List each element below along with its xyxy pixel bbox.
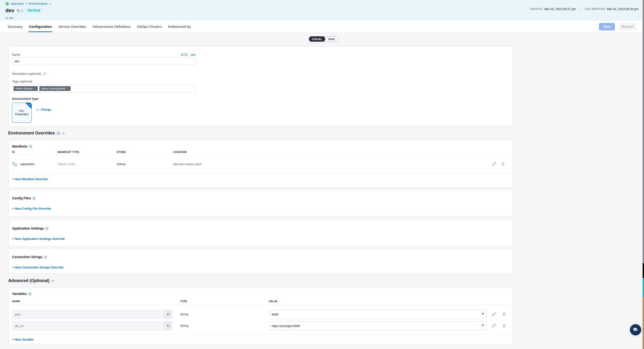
application-settings-card: Application Settings + New Application S… bbox=[9, 220, 513, 246]
edit-description-icon[interactable] bbox=[43, 72, 46, 75]
chevron-right-icon: > bbox=[26, 2, 27, 5]
breadcrumb-environments-link[interactable]: Environments bbox=[29, 2, 47, 5]
details-card: Name Id : dev Description (optional) Tag… bbox=[9, 46, 513, 126]
application-settings-title: Application Settings bbox=[12, 227, 44, 230]
environment-overrides-title: Environment Overrides bbox=[8, 131, 55, 136]
description-row: Description (optional) bbox=[12, 72, 46, 75]
variable-value-input[interactable] bbox=[269, 321, 486, 330]
tab-infrastructure-definitions[interactable]: Infrastructure Definitions bbox=[92, 21, 131, 32]
manifest-type-icon bbox=[12, 162, 17, 167]
info-icon[interactable] bbox=[32, 197, 36, 200]
discard-button[interactable]: Discard bbox=[619, 23, 636, 30]
description-label: Description (optional) bbox=[12, 72, 41, 75]
input-type-pin-icon[interactable] bbox=[481, 312, 484, 316]
name-input[interactable] bbox=[12, 57, 196, 65]
new-config-file-override-link[interactable]: + New Config File Override bbox=[12, 207, 51, 210]
project-logo-icon[interactable] bbox=[6, 2, 9, 5]
delete-variable-icon[interactable] bbox=[502, 312, 506, 317]
new-connection-strings-override-link[interactable]: + New Connection Strings Override bbox=[12, 266, 64, 269]
column-header-manifest-type: MANIFEST TYPE bbox=[58, 151, 79, 153]
name-label: Name bbox=[12, 53, 20, 56]
variable-name-input[interactable] bbox=[12, 310, 172, 319]
tabs: Summary Configuration Service Overrides … bbox=[7, 21, 192, 32]
manifests-title-row: Manifests bbox=[12, 144, 32, 148]
id-colon: : bbox=[189, 53, 190, 56]
divider bbox=[9, 334, 513, 334]
toggle-yaml-option[interactable]: YAML bbox=[325, 36, 338, 41]
copy-icon[interactable] bbox=[164, 321, 172, 330]
manifest-location: /dev/dev-values.yaml bbox=[173, 162, 202, 166]
edit-variable-icon[interactable] bbox=[492, 312, 496, 317]
screen-edge-artifact bbox=[642, 0, 644, 349]
edit-variable-icon[interactable] bbox=[492, 324, 496, 328]
config-files-title-row: Config Files bbox=[12, 196, 36, 200]
divider bbox=[9, 155, 513, 155]
save-button[interactable]: Save bbox=[599, 23, 615, 30]
input-type-pin-icon[interactable] bbox=[481, 324, 484, 327]
modified-label: LAST MODIFIED: bbox=[584, 7, 606, 10]
info-icon[interactable] bbox=[57, 132, 60, 135]
id-cluster: Id : dev bbox=[181, 53, 196, 56]
variable-value-input[interactable] bbox=[269, 310, 486, 319]
timestamps: CREATED: Mar 02, 2023 05:27 pm LAST MODI… bbox=[530, 7, 638, 11]
variables-card: Variables NAME TYPE VALUE String bbox=[9, 288, 513, 344]
copy-icon[interactable] bbox=[164, 310, 172, 319]
environment-type-value: Pre-Production bbox=[13, 109, 30, 116]
new-application-settings-override-link[interactable]: + New Application Settings Override bbox=[12, 237, 65, 241]
new-manifest-override-link[interactable]: + New Manifest Override bbox=[12, 177, 48, 181]
tab-service-overrides[interactable]: Service Overrides bbox=[58, 21, 87, 32]
breadcrumb-project-link[interactable]: cdproduct bbox=[10, 2, 24, 5]
id-label: Id bbox=[181, 53, 184, 56]
application-settings-title-row: Application Settings bbox=[12, 227, 48, 230]
connection-strings-title-row: Connection Strings bbox=[12, 255, 47, 259]
toggle-visual-option[interactable]: VISUAL bbox=[309, 36, 325, 42]
tab-bar: Summary Configuration Service Overrides … bbox=[0, 21, 644, 33]
new-variable-link[interactable]: + New Variable bbox=[12, 338, 34, 341]
variable-type: String bbox=[180, 313, 188, 316]
manifest-id: valuesDev bbox=[20, 162, 34, 166]
remove-tag-icon[interactable]: × bbox=[67, 87, 69, 90]
environment-type-card[interactable]: Pre-Production bbox=[12, 103, 32, 123]
info-icon[interactable] bbox=[29, 145, 32, 148]
created-label: CREATED: bbox=[530, 7, 543, 10]
id-value-link[interactable]: dev bbox=[191, 53, 196, 56]
manifests-card: Manifests ID MANIFEST TYPE STORE LOCATIO… bbox=[9, 140, 513, 188]
svg-text:?: ? bbox=[634, 328, 636, 331]
tab-referenced-by[interactable]: Referenced by bbox=[168, 21, 192, 32]
delete-manifest-icon[interactable] bbox=[501, 162, 505, 166]
collapse-chevron-icon[interactable] bbox=[62, 132, 65, 135]
tags-input[interactable]: owner:devops × status:nonregulated × bbox=[12, 84, 196, 92]
variable-name-input[interactable] bbox=[12, 321, 172, 330]
name-row: Name Id : dev bbox=[12, 53, 196, 56]
breadcrumb: cdproduct > Environments > bbox=[6, 2, 51, 5]
info-icon[interactable] bbox=[44, 256, 47, 259]
info-icon[interactable] bbox=[46, 227, 48, 230]
tab-gitops-clusters[interactable]: GitOps Clusters bbox=[136, 21, 162, 32]
column-header-type: TYPE bbox=[180, 300, 187, 303]
tab-actions: Save Discard bbox=[599, 23, 636, 30]
meta-divider bbox=[580, 7, 580, 11]
collapse-chevron-icon[interactable] bbox=[51, 279, 54, 283]
advanced-heading: Advanced (Optional) bbox=[8, 278, 54, 283]
change-env-type-link[interactable]: Change bbox=[36, 108, 51, 111]
tab-configuration[interactable]: Configuration bbox=[28, 21, 52, 32]
visual-yaml-toggle: VISUAL YAML bbox=[309, 36, 338, 42]
variables-title: Variables bbox=[12, 292, 27, 296]
environment-type-label: Environment Type bbox=[12, 97, 38, 100]
help-chat-button[interactable]: ? bbox=[630, 324, 641, 336]
info-icon[interactable] bbox=[184, 53, 188, 56]
modified-value: Mar 02, 2023 05:28 pm bbox=[607, 7, 638, 11]
env-type-badge: Pre-Prod bbox=[25, 8, 42, 13]
delete-variable-icon[interactable] bbox=[502, 324, 506, 328]
config-files-card: Config Files + New Config File Override bbox=[9, 190, 513, 216]
advanced-title: Advanced (Optional) bbox=[8, 278, 50, 283]
tab-summary[interactable]: Summary bbox=[7, 21, 23, 32]
manifest-type: Values YAML bbox=[58, 162, 76, 166]
tag-chip-label: status:nonregulated bbox=[41, 87, 66, 90]
tag-chip: status:nonregulated × bbox=[39, 86, 70, 91]
remove-tag-icon[interactable]: × bbox=[34, 87, 36, 90]
info-icon[interactable] bbox=[28, 292, 32, 295]
edit-manifest-icon[interactable] bbox=[492, 162, 496, 166]
manifests-title: Manifests bbox=[12, 144, 28, 148]
tag-count: 2 bbox=[17, 9, 23, 12]
